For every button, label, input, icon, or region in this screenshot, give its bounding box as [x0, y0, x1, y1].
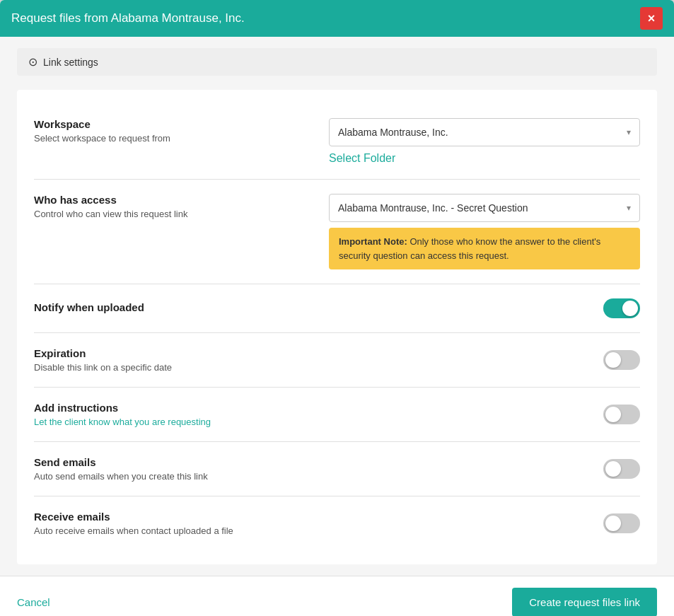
expiration-row: Expiration Disable this link on a specif… [34, 333, 640, 388]
expiration-left: Expiration Disable this link on a specif… [34, 347, 603, 373]
expiration-title: Expiration [34, 347, 603, 359]
receive-emails-desc: Auto receive emails when contact uploade… [34, 525, 603, 536]
workspace-right: Alabama Montrause, Inc. ▾ Select Folder [329, 118, 640, 165]
notify-when-uploaded-title: Notify when uploaded [34, 301, 603, 313]
workspace-left: Workspace Select workspace to request fr… [34, 118, 329, 144]
cancel-button[interactable]: Cancel [17, 596, 50, 608]
important-note-strong: Important Note: [339, 236, 407, 247]
who-has-access-desc: Control who can view this request link [34, 209, 312, 219]
send-emails-desc: Auto send emails when you create this li… [34, 471, 603, 482]
receive-emails-row: Receive emails Auto receive emails when … [34, 496, 640, 550]
who-has-access-dropdown[interactable]: Alabama Montrause, Inc. - Secret Questio… [329, 194, 640, 222]
create-button[interactable]: Create request files link [512, 588, 657, 616]
who-has-access-title: Who has access [34, 194, 312, 206]
select-folder-link[interactable]: Select Folder [329, 152, 395, 165]
receive-emails-left: Receive emails Auto receive emails when … [34, 511, 603, 536]
eye-icon: ⊙ [28, 55, 37, 69]
send-emails-toggle-thumb [605, 461, 621, 477]
add-instructions-desc: Let the client know what you are request… [34, 417, 603, 427]
expiration-toggle[interactable] [603, 350, 640, 370]
notify-when-uploaded-toggle[interactable] [603, 298, 640, 318]
who-has-access-row: Who has access Control who can view this… [34, 180, 640, 284]
notify-when-uploaded-row: Notify when uploaded [34, 284, 640, 333]
close-button[interactable]: × [640, 7, 663, 30]
modal-footer: Cancel Create request files link [0, 576, 674, 616]
link-settings-label: Link settings [43, 57, 98, 68]
workspace-row: Workspace Select workspace to request fr… [34, 104, 640, 180]
modal-body: ⊙ Link settings Workspace Select workspa… [0, 37, 674, 576]
link-settings-bar: ⊙ Link settings [17, 48, 657, 76]
important-note: Important Note: Only those who know the … [329, 228, 640, 269]
send-emails-row: Send emails Auto send emails when you cr… [34, 442, 640, 496]
add-instructions-toggle-thumb [605, 407, 621, 422]
receive-emails-toggle-thumb [605, 516, 621, 531]
send-emails-toggle[interactable] [603, 459, 640, 479]
workspace-desc: Select workspace to request from [34, 133, 312, 144]
receive-emails-title: Receive emails [34, 511, 603, 523]
add-instructions-row: Add instructions Let the client know wha… [34, 388, 640, 442]
receive-emails-toggle[interactable] [603, 513, 640, 533]
notify-toggle-thumb [622, 301, 638, 316]
send-emails-title: Send emails [34, 456, 603, 468]
modal-header: Request files from Alabama Montrause, In… [0, 0, 674, 37]
add-instructions-title: Add instructions [34, 402, 603, 414]
expiration-desc: Disable this link on a specific date [34, 362, 603, 373]
add-instructions-toggle[interactable] [603, 405, 640, 424]
workspace-dropdown-value: Alabama Montrause, Inc. [338, 127, 448, 138]
settings-section: Workspace Select workspace to request fr… [17, 90, 657, 564]
chevron-down-icon-2: ▾ [627, 203, 631, 213]
send-emails-left: Send emails Auto send emails when you cr… [34, 456, 603, 482]
expiration-toggle-thumb [605, 352, 621, 368]
chevron-down-icon: ▾ [627, 127, 631, 137]
workspace-title: Workspace [34, 118, 312, 130]
modal-title: Request files from Alabama Montrause, In… [11, 11, 245, 25]
who-has-access-dropdown-value: Alabama Montrause, Inc. - Secret Questio… [338, 202, 528, 214]
notify-when-uploaded-left: Notify when uploaded [34, 301, 603, 316]
modal: Request files from Alabama Montrause, In… [0, 0, 674, 616]
workspace-dropdown[interactable]: Alabama Montrause, Inc. ▾ [329, 118, 640, 146]
add-instructions-left: Add instructions Let the client know wha… [34, 402, 603, 427]
who-has-access-left: Who has access Control who can view this… [34, 194, 329, 219]
who-has-access-right: Alabama Montrause, Inc. - Secret Questio… [329, 194, 640, 269]
